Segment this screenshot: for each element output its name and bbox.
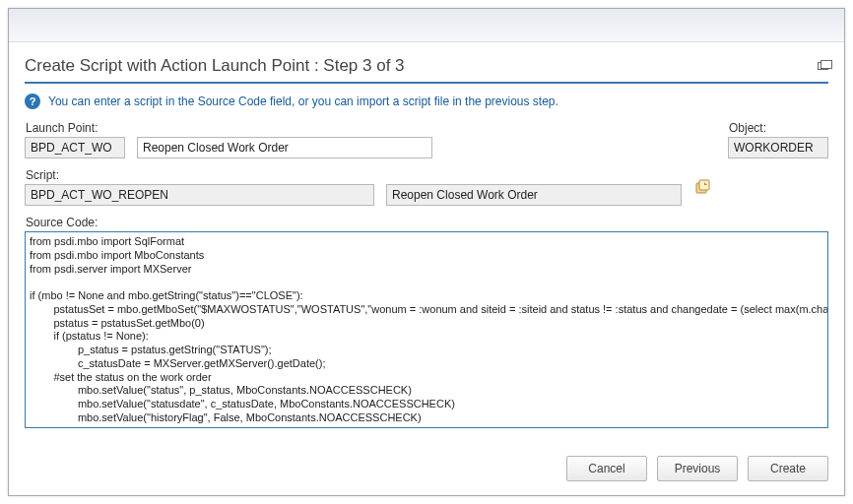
source-code-group: Source Code: — [25, 216, 828, 428]
cancel-button[interactable]: Cancel — [566, 456, 647, 481]
launchpoint-row: Launch Point: Object: — [25, 121, 828, 158]
dialog-chrome-strip — [9, 9, 844, 42]
script-row: Script: — [25, 168, 828, 206]
previous-button[interactable]: Previous — [657, 456, 738, 481]
script-label: Script: — [25, 168, 374, 182]
lookup-icon[interactable] — [693, 178, 711, 196]
button-bar: Cancel Previous Create — [9, 440, 844, 495]
info-icon: ? — [25, 94, 40, 109]
dialog: Create Script with Action Launch Point :… — [8, 8, 845, 496]
page-title-row: Create Script with Action Launch Point :… — [25, 52, 828, 84]
source-code-label: Source Code: — [25, 216, 828, 229]
dialog-body: Create Script with Action Launch Point :… — [9, 42, 844, 440]
script-desc-field[interactable] — [386, 184, 682, 206]
script-id-field[interactable] — [25, 184, 374, 206]
page-title: Create Script with Action Launch Point :… — [25, 56, 405, 76]
object-label: Object: — [728, 121, 828, 135]
launch-point-desc-field[interactable] — [137, 137, 432, 158]
info-bar: ? You can enter a script in the Source C… — [25, 84, 828, 121]
info-text: You can enter a script in the Source Cod… — [48, 94, 558, 108]
source-code-textarea[interactable] — [25, 231, 828, 428]
launch-point-id-field[interactable] — [25, 137, 125, 158]
create-button[interactable]: Create — [748, 456, 828, 481]
restore-window-icon[interactable] — [818, 62, 828, 70]
object-field[interactable] — [728, 137, 828, 158]
launch-point-label: Launch Point: — [25, 121, 125, 135]
